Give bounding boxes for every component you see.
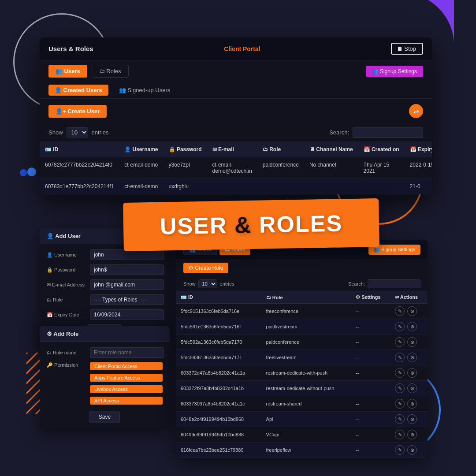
delete-btn[interactable]: ⊗: [407, 337, 417, 347]
permission-client-portal: Client Portal Access: [90, 362, 163, 370]
edit-btn[interactable]: ✎: [395, 337, 405, 347]
delete-btn[interactable]: ⊗: [407, 322, 417, 331]
deco-dot-blue3: [20, 169, 27, 176]
roles-col-role: 🗂 Role: [262, 291, 351, 304]
expiry-label: 📅 Expiry Date: [47, 312, 86, 318]
permission-livebox: Livebox Access: [90, 385, 163, 393]
permission-row: 🔑 Permission Client Portal Access Apps F…: [47, 362, 163, 406]
permissions-list: Client Portal Access Apps Feature Access…: [90, 362, 163, 406]
create-role-button[interactable]: ⚙ Create Role: [183, 263, 228, 273]
expiry-row: 📅 Expiry Date: [47, 309, 163, 320]
add-role-header: ⚙ Add Role: [40, 326, 170, 342]
users-table: 🪪 ID 👤 Username 🔒 Password ✉ E-mail 🗂 Ro…: [40, 142, 432, 194]
table-row: 5fdc592a1363c6feb5da7170 paidconference …: [176, 335, 428, 350]
email-label: ✉ E-mail Address: [47, 282, 86, 288]
roles-action-bar: ⚙ Create Role: [176, 259, 428, 277]
edit-btn[interactable]: ✎: [395, 414, 405, 424]
entries-left: Show 10 25 50 entries: [48, 127, 109, 138]
tab-left: 👥 Users 🗂 Roles: [48, 65, 129, 78]
col-username: 👤 Username: [119, 142, 163, 157]
delete-btn[interactable]: ⊗: [407, 399, 417, 409]
table-row: 616fcea7be23bee251c79889 freeripeflow --…: [176, 443, 428, 458]
tab-roles[interactable]: 🗂 Roles: [92, 65, 129, 78]
col-id: 🪪 ID: [40, 142, 119, 157]
subtab-created-users[interactable]: 👤 Created Users: [48, 85, 108, 96]
role-label: 🗂 Role: [47, 297, 86, 302]
search-input[interactable]: [353, 127, 423, 138]
permission-apps-feature: Apps Feature Access: [90, 374, 163, 382]
table-row: 603373097a8b4b8202c41a1c restream-shared…: [176, 396, 428, 412]
rolename-row: 🗂 Role name: [47, 347, 163, 358]
permission-label: 🔑 Permission: [47, 362, 86, 368]
table-row: 603372d47a8b4b8202c41a1a restream-dedica…: [176, 365, 428, 381]
roles-panel: 👥 Users 🗂 Roles 👥 Signup Settings ⚙ Crea…: [176, 240, 428, 458]
tabs-bar: 👥 Users 🗂 Roles 👥 Signup Settings: [40, 60, 432, 82]
expiry-input[interactable]: [90, 309, 164, 320]
roles-col-settings: ⚙ Settings: [351, 291, 390, 304]
permission-api: API Access: [90, 397, 163, 405]
edit-btn[interactable]: ✎: [395, 322, 405, 331]
create-user-button[interactable]: 👤+ Create User: [48, 105, 107, 118]
col-role: 🗂 Role: [257, 142, 304, 157]
table-row: 5fdc9151363c6feb5da716e freeconference -…: [176, 304, 428, 319]
delete-btn[interactable]: ⊗: [407, 353, 417, 362]
banner-text: USER & ROLES: [160, 210, 342, 239]
col-expiry: 📅 Expiry Date: [405, 142, 432, 157]
roles-col-actions: ⇌ Actions: [390, 291, 428, 304]
username-label: 👤 Username: [47, 252, 86, 258]
action-bar: 👤+ Create User ⇌: [40, 99, 432, 123]
signup-settings-button[interactable]: 👥 Signup Settings: [366, 66, 423, 77]
stop-button[interactable]: Stop: [391, 43, 423, 55]
table-row: 5fdc591e1363c6feb5da716f paidlivestream …: [176, 319, 428, 335]
edit-btn[interactable]: ✎: [395, 383, 405, 393]
delete-btn[interactable]: ⊗: [407, 414, 417, 424]
col-email: ✉ E-mail: [207, 142, 257, 157]
username-row: 👤 Username: [47, 249, 163, 260]
deco-dot-blue1: [27, 167, 36, 176]
share-button[interactable]: ⇌: [409, 104, 423, 118]
entries-select[interactable]: 10 25 50: [67, 127, 88, 138]
roles-search-input[interactable]: [368, 279, 420, 288]
roles-entries-select[interactable]: 10 25: [198, 279, 217, 288]
edit-btn[interactable]: ✎: [395, 430, 405, 439]
table-row: 603372f97a8b4b8202c41a1b restream-dedica…: [176, 381, 428, 396]
rolename-label: 🗂 Role name: [47, 350, 86, 355]
subtabs-bar: 👤 Created Users 👥 Signed-up Users: [40, 82, 432, 99]
roles-table: 🪪 ID 🗂 Role ⚙ Settings ⇌ Actions 5fdc915…: [176, 291, 428, 458]
col-created: 📅 Created on: [358, 142, 405, 157]
add-role-body: 🗂 Role name 🔑 Permission Client Portal A…: [40, 342, 170, 428]
roles-col-id: 🪪 ID: [176, 291, 262, 304]
entries-bar: Show 10 25 50 entries Search:: [40, 123, 432, 142]
edit-btn[interactable]: ✎: [395, 399, 405, 409]
roles-entries-bar: Show 10 25 entries Search:: [176, 277, 428, 291]
delete-btn[interactable]: ⊗: [407, 445, 417, 455]
delete-btn[interactable]: ⊗: [407, 368, 417, 378]
delete-btn[interactable]: ⊗: [407, 383, 417, 393]
edit-btn[interactable]: ✎: [395, 306, 405, 316]
password-label: 🔒 Password: [47, 267, 86, 273]
rolename-input[interactable]: [90, 347, 164, 358]
role-input[interactable]: [90, 294, 164, 305]
col-password: 🔒 Password: [164, 142, 207, 157]
client-portal-label: Client Portal: [224, 45, 260, 52]
ui-header: Users & Roles Client Portal Stop: [40, 37, 432, 60]
table-row: 60783d1e777bb22c204214f1 ct-email-demo u…: [40, 179, 432, 194]
delete-btn[interactable]: ⊗: [407, 306, 417, 316]
tab-users[interactable]: 👥 Users: [48, 65, 87, 78]
table-row: 60499c69f9199494b10bd888 VCapi -- ✎⊗: [176, 427, 428, 443]
search-bar: Search:: [329, 127, 423, 138]
email-input[interactable]: [90, 279, 164, 290]
table-row: 60782fe2777bb22c204214f0 ct-email-demo y…: [40, 157, 432, 179]
edit-btn[interactable]: ✎: [395, 368, 405, 378]
main-ui-window: Users & Roles Client Portal Stop 👥 Users…: [40, 37, 432, 194]
edit-btn[interactable]: ✎: [395, 353, 405, 362]
edit-btn[interactable]: ✎: [395, 445, 405, 455]
password-input[interactable]: [90, 264, 164, 275]
delete-btn[interactable]: ⊗: [407, 430, 417, 439]
col-channel: 🖥 Channel Name: [304, 142, 358, 157]
email-row: ✉ E-mail Address: [47, 279, 163, 290]
save-button[interactable]: Save: [89, 411, 120, 423]
page-title: Users & Roles: [48, 45, 93, 52]
table-row: 5fdc59361363c6feb5da7171 freelivestream …: [176, 350, 428, 365]
subtab-signedup-users[interactable]: 👥 Signed-up Users: [113, 85, 176, 96]
